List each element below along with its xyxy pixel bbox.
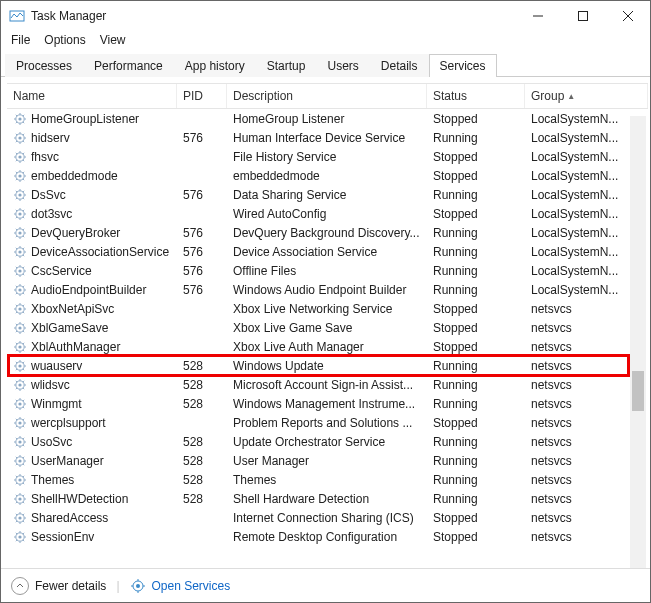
tab-details[interactable]: Details [370,54,429,77]
svg-line-203 [16,483,17,484]
cell-description: Xbox Live Networking Service [227,302,427,316]
cell-pid: 528 [177,454,227,468]
cell-pid: 576 [177,283,227,297]
svg-line-61 [16,209,17,210]
table-row[interactable]: CscService576Offline FilesRunningLocalSy… [7,261,648,280]
col-header-group[interactable]: Group▲ [525,84,648,108]
cell-name: ShellHWDetection [31,492,128,506]
svg-line-64 [23,209,24,210]
table-row[interactable]: AudioEndpointBuilder576Windows Audio End… [7,280,648,299]
table-row[interactable]: ShellHWDetection528Shell Hardware Detect… [7,489,648,508]
tab-performance[interactable]: Performance [83,54,174,77]
tab-services[interactable]: Services [429,54,497,77]
svg-line-151 [16,380,17,381]
table-row[interactable]: DevQueryBroker576DevQuery Background Dis… [7,223,648,242]
svg-line-94 [23,266,24,267]
svg-line-123 [16,331,17,332]
minimize-button[interactable] [515,1,560,31]
table-row[interactable]: DsSvc576Data Sharing ServiceRunningLocal… [7,185,648,204]
col-header-pid[interactable]: PID [177,84,227,108]
svg-line-114 [23,304,24,305]
cell-pid: 528 [177,378,227,392]
vertical-scrollbar[interactable] [630,116,646,568]
col-header-status[interactable]: Status [427,84,525,108]
svg-line-174 [23,418,24,419]
svg-line-103 [16,293,17,294]
svg-point-186 [18,459,21,462]
table-row[interactable]: fhsvcFile History ServiceStoppedLocalSys… [7,147,648,166]
maximize-button[interactable] [560,1,605,31]
table-row[interactable]: SessionEnvRemote Desktop ConfigurationSt… [7,527,648,546]
cell-status: Running [427,264,525,278]
cell-description: File History Service [227,150,427,164]
sort-indicator-icon: ▲ [567,92,575,101]
table-row[interactable]: HomeGroupListenerHomeGroup ListenerStopp… [7,109,648,128]
table-row[interactable]: wercplsupportProblem Reports and Solutio… [7,413,648,432]
svg-point-6 [18,117,21,120]
cell-status: Stopped [427,321,525,335]
svg-line-52 [23,198,24,199]
col-header-description[interactable]: Description [227,84,427,108]
cell-status: Running [427,226,525,240]
svg-point-126 [18,345,21,348]
cell-status: Running [427,283,525,297]
svg-line-53 [16,198,17,199]
tab-processes[interactable]: Processes [5,54,83,77]
svg-point-46 [18,193,21,196]
svg-point-196 [18,478,21,481]
table-row[interactable]: Themes528ThemesRunningnetsvcs [7,470,648,489]
table-row[interactable]: hidserv576Human Interface Device Service… [7,128,648,147]
svg-line-213 [16,502,17,503]
close-button[interactable] [605,1,650,31]
table-row[interactable]: XblAuthManagerXbox Live Auth ManagerStop… [7,337,648,356]
table-row[interactable]: XboxNetApiSvcXbox Live Networking Servic… [7,299,648,318]
table-row[interactable]: wuauserv528Windows UpdateRunningnetsvcs [7,356,648,375]
svg-line-234 [23,532,24,533]
table-row[interactable]: dot3svcWired AutoConfigStoppedLocalSyste… [7,204,648,223]
menu-options[interactable]: Options [44,33,85,47]
svg-line-182 [23,445,24,446]
svg-line-112 [23,312,24,313]
tab-startup[interactable]: Startup [256,54,317,77]
svg-line-24 [23,133,24,134]
table-row[interactable]: SharedAccessInternet Connection Sharing … [7,508,648,527]
menu-view[interactable]: View [100,33,126,47]
chevron-up-icon [11,577,29,595]
cell-status: Stopped [427,302,525,316]
table-row[interactable]: UserManager528User ManagerRunningnetsvcs [7,451,648,470]
tab-app-history[interactable]: App history [174,54,256,77]
svg-line-144 [23,361,24,362]
svg-line-73 [16,236,17,237]
open-services-link[interactable]: Open Services [130,578,231,594]
col-header-name[interactable]: Name [7,84,177,108]
svg-point-76 [18,250,21,253]
svg-line-91 [16,266,17,267]
cell-status: Running [427,454,525,468]
table-row[interactable]: wlidsvc528Microsoft Account Sign-in Assi… [7,375,648,394]
svg-line-101 [16,285,17,286]
fewer-details-button[interactable]: Fewer details [11,577,106,595]
scrollbar-thumb[interactable] [632,371,644,411]
svg-line-153 [16,388,17,389]
menu-file[interactable]: File [11,33,30,47]
cell-status: Running [427,245,525,259]
svg-line-54 [23,190,24,191]
cell-status: Stopped [427,416,525,430]
window-title: Task Manager [31,9,515,23]
table-row[interactable]: DeviceAssociationService576Device Associ… [7,242,648,261]
svg-line-51 [16,190,17,191]
tab-users[interactable]: Users [316,54,369,77]
cell-name: CscService [31,264,92,278]
svg-line-11 [16,114,17,115]
cell-pid: 528 [177,359,227,373]
table-header: Name PID Description Status Group▲ [7,83,648,109]
cell-description: Device Association Service [227,245,427,259]
svg-line-163 [16,407,17,408]
cell-name: DsSvc [31,188,66,202]
table-row[interactable]: XblGameSaveXbox Live Game SaveStoppednet… [7,318,648,337]
svg-line-62 [23,217,24,218]
table-row[interactable]: UsoSvc528Update Orchestrator ServiceRunn… [7,432,648,451]
cell-description: User Manager [227,454,427,468]
table-row[interactable]: Winmgmt528Windows Management Instrume...… [7,394,648,413]
table-row[interactable]: embeddedmodeembeddedmodeStoppedLocalSyst… [7,166,648,185]
